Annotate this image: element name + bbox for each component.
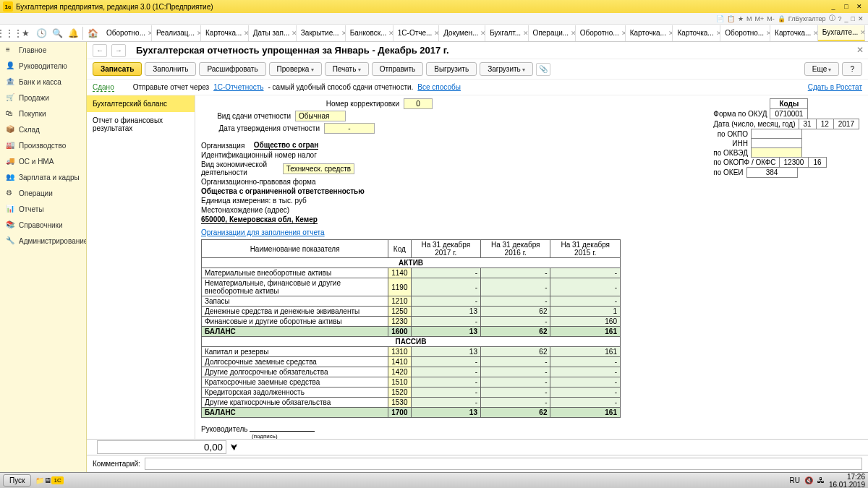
document-tab[interactable]: Оборотно...✕: [720, 25, 770, 41]
table-cell[interactable]: -: [480, 357, 550, 367]
star-icon[interactable]: ★: [19, 27, 32, 40]
sidebar-item[interactable]: ≡Главное: [0, 42, 86, 58]
okved-value[interactable]: [751, 148, 801, 158]
table-cell[interactable]: -: [480, 388, 550, 398]
document-tab[interactable]: Банковск...✕: [346, 25, 393, 41]
table-cell[interactable]: -: [480, 268, 550, 278]
reporting-link[interactable]: 1С-Отчетность: [213, 83, 263, 91]
document-tab[interactable]: Бухгалте...✕: [818, 25, 865, 41]
status-icon[interactable]: M-: [767, 15, 775, 22]
sidebar-item[interactable]: 👤Руководителю: [0, 58, 86, 74]
help-button[interactable]: ?: [842, 62, 862, 76]
table-cell[interactable]: -: [480, 317, 550, 327]
report-section[interactable]: Бухгалтерский баланс: [87, 95, 195, 112]
user-label[interactable]: ГлБухгалтер: [788, 15, 826, 22]
table-cell[interactable]: -: [480, 377, 550, 388]
tab-close-icon[interactable]: ✕: [523, 30, 529, 37]
table-cell[interactable]: -: [411, 296, 480, 307]
more-button[interactable]: Еще: [804, 62, 840, 76]
sidebar-item[interactable]: 📚Справочники: [0, 217, 86, 233]
status-icon[interactable]: M+: [755, 15, 765, 22]
tab-close-icon[interactable]: ✕: [860, 29, 865, 36]
table-cell[interactable]: -: [411, 357, 480, 367]
min-icon[interactable]: _: [845, 15, 848, 22]
max-icon[interactable]: □: [851, 15, 855, 22]
sidebar-item[interactable]: 🔧Администрирование: [0, 233, 86, 249]
sidebar-item[interactable]: ⚙Операции: [0, 185, 86, 201]
document-tab[interactable]: Оборотно...✕: [102, 25, 152, 41]
all-methods-link[interactable]: Все способы: [417, 83, 461, 91]
export-button[interactable]: Выгрузить: [426, 62, 477, 76]
sidebar-item[interactable]: 📦Склад: [0, 121, 86, 137]
table-cell[interactable]: 1: [550, 307, 621, 317]
send-button[interactable]: Отправить: [372, 62, 424, 76]
close-icon[interactable]: ✕: [854, 1, 865, 12]
sidebar-item[interactable]: 🛍Покупки: [0, 106, 86, 121]
search-icon[interactable]: 🔍: [51, 27, 64, 40]
save-button[interactable]: Записать: [93, 62, 142, 76]
document-tab[interactable]: Карточка...✕: [770, 25, 818, 41]
corr-input[interactable]: [404, 98, 433, 109]
table-cell[interactable]: -: [550, 278, 621, 296]
table-cell[interactable]: -: [411, 388, 480, 398]
document-tab[interactable]: Закрытие...✕: [297, 25, 346, 41]
fill-button[interactable]: Заполнить: [145, 62, 196, 76]
table-cell[interactable]: -: [480, 367, 550, 377]
table-cell[interactable]: 13: [411, 347, 480, 357]
history-icon[interactable]: 🕓: [35, 27, 48, 40]
print-button[interactable]: Печать: [325, 62, 369, 76]
help-icon[interactable]: ?: [838, 15, 842, 22]
document-tab[interactable]: Оборотно...✕: [576, 25, 626, 41]
document-tab[interactable]: Операци...✕: [529, 25, 576, 41]
report-section[interactable]: Отчет о финансовых результатах: [87, 112, 195, 137]
status-icon[interactable]: M: [746, 15, 752, 22]
maximize-icon[interactable]: □: [841, 1, 852, 12]
okpo-value[interactable]: [751, 129, 801, 139]
org-fill-link[interactable]: Организации для заполнения отчета: [201, 228, 325, 236]
table-cell[interactable]: -: [550, 388, 621, 398]
check-button[interactable]: Проверка: [269, 62, 322, 76]
sign-line[interactable]: [250, 431, 315, 432]
import-button[interactable]: Загрузить: [480, 62, 533, 76]
stepper-icon[interactable]: ⮟: [231, 443, 238, 451]
status-icon[interactable]: 🔒: [778, 15, 786, 22]
table-cell[interactable]: -: [480, 278, 550, 296]
table-cell[interactable]: -: [411, 317, 480, 327]
table-cell[interactable]: 62: [480, 347, 550, 357]
info-icon[interactable]: ⓘ: [829, 14, 835, 23]
close-page-icon[interactable]: ✕: [856, 45, 864, 55]
document-tab[interactable]: 1С-Отче...✕: [393, 25, 439, 41]
status-icon[interactable]: 📋: [727, 15, 735, 22]
rosstat-link[interactable]: Сдать в Росстат: [808, 83, 862, 91]
document-tab[interactable]: Реализац...✕: [152, 25, 201, 41]
table-cell[interactable]: -: [411, 398, 480, 408]
document-tab[interactable]: Карточка...✕: [626, 25, 673, 41]
document-tab[interactable]: Бухгалт...✕: [485, 25, 528, 41]
ved-value[interactable]: Техническ. средств: [283, 163, 354, 174]
table-cell[interactable]: -: [550, 357, 621, 367]
table-cell[interactable]: -: [550, 296, 621, 307]
table-cell[interactable]: -: [411, 278, 480, 296]
tab-close-icon[interactable]: ✕: [571, 30, 576, 37]
document-tab[interactable]: Докумен...✕: [439, 25, 485, 41]
inn-value[interactable]: [751, 139, 801, 148]
document-tab[interactable]: Карточка...✕: [201, 25, 249, 41]
table-cell[interactable]: -: [550, 377, 621, 388]
sidebar-item[interactable]: 🚚ОС и НМА: [0, 153, 86, 169]
table-cell[interactable]: 160: [550, 317, 621, 327]
value-input[interactable]: [97, 440, 226, 454]
vid-input[interactable]: [295, 111, 346, 121]
sidebar-item[interactable]: 🏦Банк и касса: [0, 74, 86, 90]
table-cell[interactable]: -: [411, 377, 480, 388]
table-cell[interactable]: -: [550, 367, 621, 377]
status-icon[interactable]: 📄: [716, 15, 724, 22]
decode-button[interactable]: Расшифровать: [199, 62, 265, 76]
tab-close-icon[interactable]: ✕: [434, 30, 439, 37]
datea-input[interactable]: [324, 123, 375, 134]
apps-icon[interactable]: ⋮⋮⋮: [3, 27, 16, 40]
bell-icon[interactable]: 🔔: [67, 27, 80, 40]
sidebar-item[interactable]: 📊Отчеты: [0, 201, 86, 217]
comment-input[interactable]: [145, 458, 862, 470]
sidebar-item[interactable]: 🛒Продажи: [0, 90, 86, 106]
minimize-icon[interactable]: _: [827, 1, 839, 12]
